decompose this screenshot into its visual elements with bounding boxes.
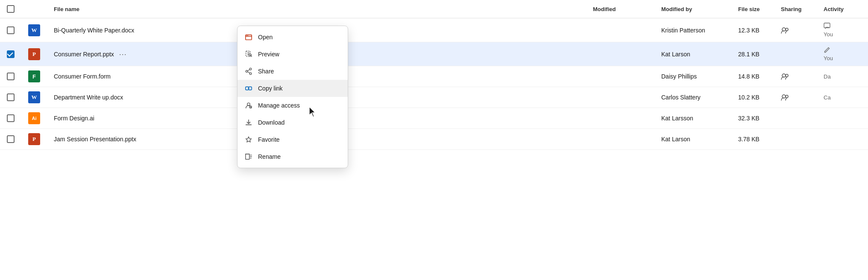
table-row[interactable]: Ai Form Design.ai Kat Larsson 32.3 KB — [0, 108, 868, 129]
sharing-cell — [774, 66, 817, 87]
copy-link-icon — [244, 84, 253, 93]
menu-item-rename[interactable]: Rename — [238, 148, 348, 165]
row-checkbox[interactable] — [7, 50, 15, 58]
manage-access-icon — [244, 101, 253, 110]
context-menu: Open Preview Share Copy link — [237, 26, 348, 168]
menu-item-share[interactable]: Share — [238, 63, 348, 80]
table-row[interactable]: W Department Write up.docx Carlos Slatte… — [0, 87, 868, 108]
sharing-icon — [781, 27, 810, 34]
col-header-modified-by: Modified by — [654, 0, 731, 18]
activity-text: You — [824, 31, 833, 38]
menu-item-download[interactable]: Download — [238, 114, 348, 131]
sharing-cell — [774, 42, 817, 66]
row-checkbox[interactable] — [7, 26, 15, 34]
modified-by-cell: Daisy Phillips — [654, 66, 731, 87]
menu-item-label: Preview — [258, 51, 279, 58]
file-size-cell: 12.3 KB — [731, 18, 774, 42]
file-name: Department Write up.docx — [54, 94, 123, 101]
table-row[interactable]: P Consumer Report.pptx ··· Kat Larson 28… — [0, 42, 868, 66]
menu-item-label: Favorite — [258, 136, 280, 143]
file-name: Form Design.ai — [54, 115, 94, 122]
file-icon-cell: P — [21, 129, 47, 150]
menu-item-label: Download — [258, 119, 284, 126]
activity-cell: You — [817, 18, 868, 42]
menu-item-label: Rename — [258, 153, 281, 160]
row-checkbox-cell — [0, 87, 21, 108]
file-name: Bi-Quarterly White Paper.docx — [54, 27, 134, 34]
modified-cell — [586, 66, 654, 87]
activity-cell: Ca — [817, 87, 868, 108]
table-row[interactable]: F Consumer Form.form Daisy Phillips 14.8… — [0, 66, 868, 87]
file-table: File name Modified Modified by File size… — [0, 0, 868, 150]
row-checkbox-cell — [0, 18, 21, 42]
file-name: Jam Session Presentation.pptx — [54, 136, 136, 143]
file-name: Consumer Form.form — [54, 73, 111, 80]
activity-cell — [817, 129, 868, 150]
row-checkbox-cell — [0, 108, 21, 129]
file-size-cell: 14.8 KB — [731, 66, 774, 87]
menu-item-copy-link[interactable]: Copy link — [238, 80, 348, 97]
favorite-icon — [244, 135, 253, 144]
activity-cell: Da — [817, 66, 868, 87]
table-row[interactable]: P Jam Session Presentation.pptx Kat Lars… — [0, 129, 868, 150]
activity-text: Ca — [824, 94, 831, 101]
modified-cell — [586, 129, 654, 150]
menu-item-favorite[interactable]: Favorite — [238, 131, 348, 148]
file-icon-cell: F — [21, 66, 47, 87]
modified-cell — [586, 108, 654, 129]
col-header-modified: Modified — [586, 0, 654, 18]
row-checkbox[interactable] — [7, 93, 15, 101]
row-checkbox-cell — [0, 129, 21, 150]
file-manager: File name Modified Modified by File size… — [0, 0, 868, 280]
col-header-sharing: Sharing — [774, 0, 817, 18]
download-icon — [244, 118, 253, 127]
sharing-cell — [774, 108, 817, 129]
file-icon-cell: Ai — [21, 108, 47, 129]
modified-cell — [586, 87, 654, 108]
svg-point-1 — [786, 28, 788, 31]
row-checkbox[interactable] — [7, 73, 15, 80]
file-icon-cell: P — [21, 42, 47, 66]
modified-by-cell: Kat Larson — [654, 129, 731, 150]
col-header-icon — [21, 0, 47, 18]
activity-text: Da — [824, 73, 831, 80]
preview-icon — [244, 50, 253, 58]
menu-item-manage-access[interactable]: Manage access — [238, 97, 348, 114]
activity-chat-icon — [824, 23, 861, 31]
col-header-filename: File name — [47, 0, 586, 18]
activity-edit-icon — [824, 47, 861, 55]
menu-item-label: Manage access — [258, 102, 300, 109]
modified-cell — [586, 42, 654, 66]
row-checkbox[interactable] — [7, 135, 15, 143]
col-header-file-size: File size — [731, 0, 774, 18]
sharing-cell — [774, 18, 817, 42]
svg-point-8 — [246, 35, 247, 36]
svg-point-6 — [786, 95, 788, 98]
rename-icon — [244, 152, 253, 161]
modified-by-cell: Kat Larson — [654, 42, 731, 66]
menu-item-label: Copy link — [258, 85, 283, 92]
select-all-checkbox[interactable] — [7, 5, 15, 13]
menu-item-preview[interactable]: Preview — [238, 46, 348, 63]
svg-point-14 — [249, 73, 252, 75]
col-header-check — [0, 0, 21, 18]
menu-item-open[interactable]: Open — [238, 29, 348, 46]
more-options-button[interactable]: ··· — [119, 50, 127, 58]
activity-text: You — [824, 55, 833, 61]
file-icon-cell: W — [21, 18, 47, 42]
activity-cell: You — [817, 42, 868, 66]
svg-rect-19 — [246, 154, 249, 160]
file-icon-cell: W — [21, 87, 47, 108]
file-size-cell: 32.3 KB — [731, 108, 774, 129]
row-checkbox-cell — [0, 42, 21, 66]
modified-by-cell: Kristin Patterson — [654, 18, 731, 42]
row-checkbox[interactable] — [7, 114, 15, 122]
svg-point-9 — [247, 35, 248, 36]
table-row[interactable]: W Bi-Quarterly White Paper.docx Kristin … — [0, 18, 868, 42]
file-size-cell: 3.78 KB — [731, 129, 774, 150]
menu-item-label: Open — [258, 34, 273, 41]
open-icon — [244, 33, 253, 41]
sharing-icon — [781, 73, 810, 80]
svg-point-4 — [786, 74, 788, 77]
row-checkbox-cell — [0, 66, 21, 87]
